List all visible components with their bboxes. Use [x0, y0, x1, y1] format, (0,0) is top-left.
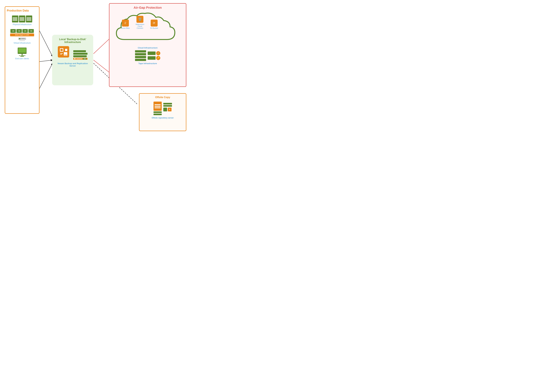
offsite-server: [153, 102, 162, 115]
offsite-repo-icon: ✦: [153, 102, 172, 115]
svg-line-1: [40, 60, 53, 62]
tape-area: 🔒 🔑 Tape Infrastructure: [112, 50, 184, 65]
s3-label: S3 Bucket: [150, 27, 158, 29]
airgap-title: Air-Gap Protection: [112, 6, 184, 9]
offsite-repo-label: Offsite repository server: [152, 117, 173, 119]
cloud-services: TC01 Azure Blob 🗑️ Waterstons Cloud Conn…: [121, 16, 158, 29]
s3-icon: ⟳: [151, 20, 158, 27]
veeam-area: VBR: [58, 46, 88, 60]
offsite-disks: ✦: [163, 103, 172, 111]
physical-infra-item: Physical Infrastructure: [7, 15, 37, 26]
cloud-infra-label: Cloud Infrastructure: [138, 47, 158, 49]
tape-lock-1: 🔒: [156, 51, 160, 55]
azure-blob-service: TC01 Azure Blob: [121, 20, 130, 29]
server-unit-1: [12, 15, 18, 22]
tape-infra-label: Tape Infrastructure: [138, 62, 157, 65]
offsite-title: Offsite Copy: [155, 96, 170, 99]
tape-lock-2: 🔑: [156, 56, 160, 60]
vm-row: VM VM VM VM: [10, 29, 34, 33]
desktop-stand: [22, 54, 23, 55]
enduser-item: End-user clients: [7, 48, 37, 60]
desktop-icon: [18, 48, 27, 56]
production-box: Production Data: [5, 6, 40, 114]
cloud-connect-icon: 🗑️: [136, 16, 143, 23]
veeam-icon: [58, 46, 72, 60]
svg-line-2: [40, 63, 53, 89]
server-stack-icon: [12, 15, 32, 22]
hypervisor-bar: ESXi | Hyper-V | AHV: [10, 34, 34, 36]
vm-box-3: VM: [22, 29, 28, 33]
veeam-bg: [58, 46, 69, 57]
s3-service: ⟳ S3 Bucket: [150, 20, 158, 29]
vm-box-2: VM: [16, 29, 22, 33]
desktop-monitor: [18, 48, 27, 54]
physical-infra-label: Physical Infrastructure: [13, 23, 32, 26]
local-backup-box: Local 'Backup-to-Disk' Infrastructure: [52, 35, 93, 85]
veeam-label: Veeam Backup and Replication Server: [55, 62, 91, 67]
azure-blob-icon: TC01: [122, 20, 129, 27]
server-unit-3: [26, 15, 32, 22]
vm-box-1: VM: [10, 29, 16, 33]
desktop-base-bar: [20, 56, 24, 56]
production-title: Production Data: [7, 9, 37, 12]
enduser-label: End-user clients: [15, 57, 29, 60]
virtual-server-icon: [18, 38, 26, 41]
cloud-area: TC01 Azure Blob 🗑️ Waterstons Cloud Conn…: [112, 11, 184, 49]
airgap-box: Air-Gap Protection TC01 Azure Blob 🗑️ Wa…: [109, 3, 186, 87]
vm-box-4: VM: [28, 29, 34, 33]
tape-cabinet-1: [135, 50, 146, 61]
diagram-container: Production Data: [0, 0, 189, 134]
veeam-symbol: [59, 47, 69, 57]
disk-stack: VBR: [73, 50, 88, 60]
virtual-infra-label: Virtual Infrastructure: [14, 42, 31, 44]
svg-line-0: [40, 31, 53, 56]
tape-cabinet-2: 🔒 🔑: [148, 51, 160, 60]
tape-rack: 🔒 🔑: [135, 50, 160, 61]
server-unit-2: [19, 15, 25, 22]
waterstons-label: Waterstons Cloud Connect: [134, 23, 145, 29]
offsite-box: Offsite Copy ✦ Offsite repo: [139, 93, 186, 131]
local-backup-title: Local 'Backup-to-Disk' Infrastructure: [55, 38, 91, 44]
azure-blob-label: Azure Blob: [121, 27, 130, 29]
waterstons-service: 🗑️ Waterstons Cloud Connect: [134, 16, 145, 29]
desktop-screen: [18, 48, 26, 53]
virtual-infra-item: VM VM VM VM ESXi | Hyper-V | AHV Virtual…: [7, 29, 37, 44]
